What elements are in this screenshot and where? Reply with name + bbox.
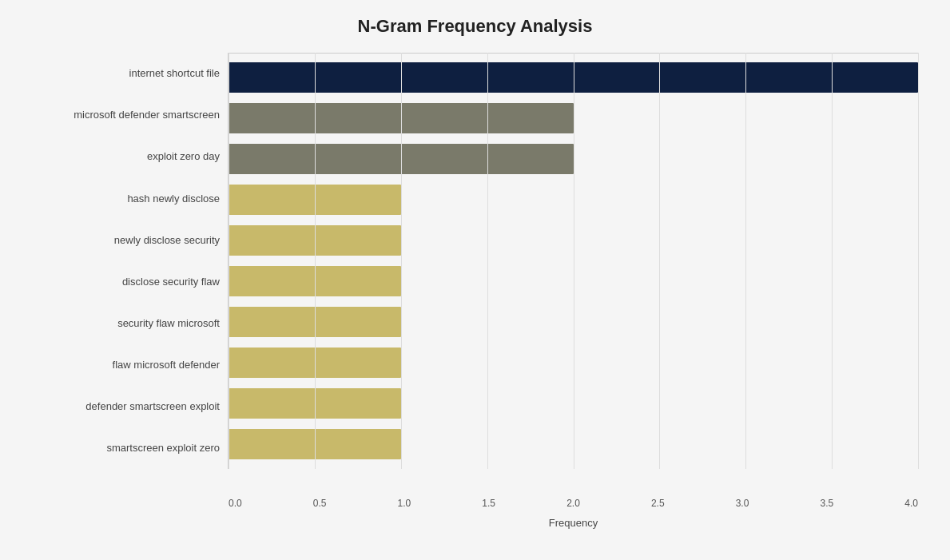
bar-row (229, 427, 918, 463)
bar (229, 62, 918, 93)
y-label: smartscreen exploit zero (32, 427, 220, 469)
bar (229, 388, 401, 419)
x-tick: 1.0 (398, 498, 411, 509)
bar (229, 225, 401, 256)
x-tick: 0.5 (313, 498, 327, 509)
plot-area: 0.00.51.01.52.02.53.03.54.0 Frequency (228, 53, 918, 469)
y-label: microsoft defender smartscreen (32, 94, 220, 136)
chart-area: internet shortcut filemicrosoft defender… (32, 53, 918, 469)
x-tick: 3.0 (736, 498, 749, 509)
x-tick: 2.5 (651, 498, 665, 509)
x-tick: 2.0 (566, 498, 580, 509)
x-tick: 0.0 (229, 498, 242, 509)
chart-container: N-Gram Frequency Analysis internet short… (0, 0, 950, 560)
bar-row (229, 345, 918, 381)
bar (229, 266, 401, 296)
y-label: exploit zero day (32, 136, 220, 177)
y-label: hash newly disclose (32, 177, 220, 219)
bar-row (229, 100, 918, 136)
bar-row (229, 181, 918, 217)
chart-title: N-Gram Frequency Analysis (32, 16, 918, 37)
y-label: newly disclose security (32, 219, 220, 260)
bar-row (229, 141, 918, 177)
y-label: defender smartscreen exploit (32, 386, 220, 427)
x-tick: 4.0 (904, 498, 918, 509)
bar-row (229, 59, 918, 95)
bar (229, 103, 574, 133)
x-tick: 3.5 (820, 498, 833, 509)
y-label: flaw microsoft defender (32, 344, 220, 386)
bar (229, 429, 401, 459)
y-label: internet shortcut file (32, 53, 220, 94)
x-axis: 0.00.51.01.52.02.53.03.54.0 (229, 498, 918, 509)
bar-row (229, 386, 918, 422)
x-axis-label: Frequency (229, 517, 918, 529)
y-labels: internet shortcut filemicrosoft defender… (32, 53, 228, 469)
bar (229, 348, 401, 378)
bar (229, 185, 401, 215)
bar-row (229, 222, 918, 258)
bar-row (229, 264, 918, 300)
bar-row (229, 304, 918, 340)
y-label: security flaw microsoft (32, 303, 220, 344)
y-label: disclose security flaw (32, 260, 220, 302)
bar (229, 307, 401, 337)
bar (229, 144, 574, 174)
x-tick: 1.5 (482, 498, 495, 509)
